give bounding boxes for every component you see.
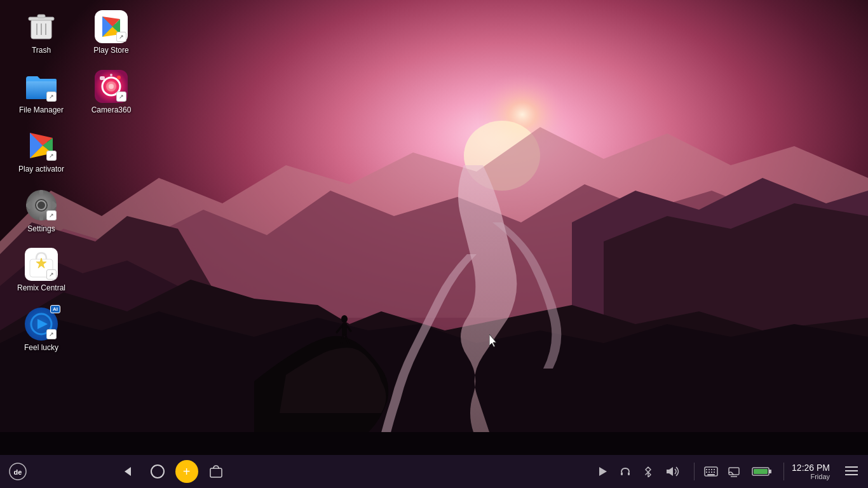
svg-rect-71 [729, 468, 739, 475]
svg-rect-3 [342, 323, 347, 336]
settings-icon: ↗ [25, 189, 58, 222]
settings-label: Settings [27, 224, 55, 234]
clock-time: 12:26 PM [792, 463, 830, 473]
svg-rect-65 [714, 469, 715, 470]
svg-rect-62 [706, 469, 707, 470]
svg-rect-12 [37, 15, 45, 18]
svg-rect-59 [628, 472, 630, 475]
svg-rect-67 [709, 471, 710, 473]
desktop-icons: Trash [13, 6, 140, 357]
remix-central-label: Remix Central [17, 283, 65, 294]
play-activator-icon: ↗ [25, 129, 58, 162]
keyboard-button[interactable] [702, 463, 720, 480]
svg-point-4 [341, 315, 348, 323]
camera360-shortcut: ↗ [116, 92, 126, 102]
svg-rect-70 [707, 474, 715, 475]
taskbar-left: de [5, 459, 31, 484]
svg-point-28 [117, 76, 121, 79]
clock-display[interactable]: 12:26 PM Friday [792, 463, 830, 480]
svg-rect-27 [100, 76, 105, 80]
ai-badge: AI [50, 305, 60, 313]
volume-button[interactable] [662, 463, 686, 480]
play-activator-icon-item[interactable]: ↗ Play activator [13, 125, 70, 179]
back-button[interactable] [114, 459, 140, 484]
feel-lucky-icon: AI ↗ [25, 308, 58, 341]
svg-rect-56 [210, 468, 222, 477]
svg-marker-54 [125, 467, 131, 476]
file-manager-icon: ↗ [25, 70, 58, 103]
svg-rect-37 [39, 215, 43, 220]
svg-point-55 [151, 465, 164, 478]
play-activator-shortcut: ↗ [46, 151, 57, 161]
taskbar: de + [0, 455, 868, 488]
svg-text:de: de [14, 468, 22, 476]
headphones-button[interactable] [616, 463, 634, 480]
play-store-icon: ↗ [95, 10, 128, 43]
taskbar-center: + [31, 459, 312, 484]
settings-icon-item[interactable]: ↗ Settings [13, 185, 70, 238]
svg-rect-74 [769, 470, 771, 473]
taskbar-right: 12:26 PM Friday [593, 462, 863, 482]
camera360-icon: ↗ [95, 70, 128, 103]
cast-button[interactable] [725, 463, 743, 480]
play-activator-label: Play activator [18, 165, 64, 175]
bluetooth-button[interactable] [639, 463, 657, 480]
svg-rect-69 [714, 471, 715, 473]
settings-shortcut: ↗ [46, 210, 57, 220]
clock-day: Friday [810, 473, 830, 480]
svg-rect-66 [706, 471, 707, 473]
svg-point-29 [110, 74, 112, 76]
svg-rect-64 [711, 469, 712, 470]
file-manager-label: File Manager [19, 105, 64, 116]
camera360-label: Camera360 [92, 105, 132, 116]
trash-icon [25, 10, 58, 43]
add-button[interactable]: + [175, 460, 198, 483]
tray-divider-1 [694, 463, 695, 480]
play-store-label: Play Store [93, 46, 128, 56]
store-taskbar-button[interactable] [203, 459, 229, 484]
remix-logo-button[interactable]: de [5, 459, 31, 484]
camera360-icon-item[interactable]: ↗ Camera360 [83, 66, 140, 119]
home-button[interactable] [145, 459, 170, 484]
file-manager-shortcut: ↗ [46, 92, 57, 102]
feel-lucky-shortcut: ↗ [46, 329, 57, 339]
feel-lucky-label: Feel lucky [24, 343, 58, 353]
svg-marker-57 [599, 467, 607, 476]
play-store-icon-item[interactable]: ↗ Play Store [83, 6, 140, 60]
trash-icon-item[interactable]: Trash [13, 6, 70, 60]
play-store-shortcut: ↗ [116, 32, 126, 42]
svg-rect-75 [754, 469, 768, 474]
svg-rect-36 [39, 190, 43, 195]
trash-label: Trash [32, 46, 51, 56]
svg-marker-60 [667, 467, 673, 476]
svg-rect-68 [711, 471, 712, 473]
svg-point-26 [109, 84, 114, 89]
menu-button[interactable] [840, 462, 863, 482]
svg-rect-58 [621, 472, 623, 475]
feel-lucky-icon-item[interactable]: AI ↗ Feel lucky [13, 304, 70, 357]
play-media-button[interactable] [593, 463, 611, 480]
file-manager-icon-item[interactable]: ↗ File Manager [13, 66, 70, 119]
tray-divider-2 [783, 463, 784, 480]
remix-central-shortcut: ↗ [46, 269, 57, 280]
battery-indicator[interactable] [748, 463, 776, 480]
remix-central-icon: ↗ [25, 248, 58, 281]
remix-central-icon-item[interactable]: ↗ Remix Central [13, 244, 70, 297]
svg-rect-63 [709, 469, 710, 470]
